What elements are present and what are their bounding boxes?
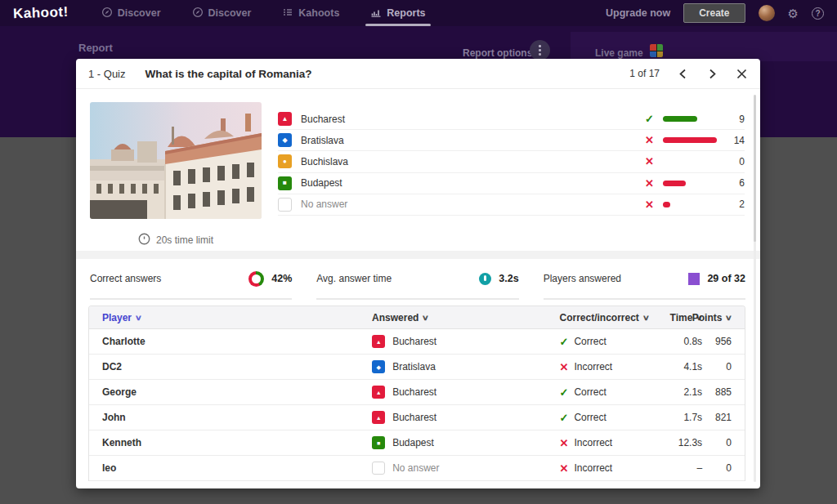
incorrect-icon: ✕ (642, 155, 656, 167)
time-value: 12.3s (665, 437, 702, 448)
table-header-correct-incorrect[interactable]: Correct/incorrect∨ (559, 312, 665, 323)
section-divider (76, 251, 760, 259)
table-row: leo No answer ✕Incorrect – 0 (89, 456, 745, 481)
scrollbar[interactable] (754, 95, 756, 482)
report-options-menu-button[interactable] (530, 40, 550, 60)
page-title: Report (78, 42, 113, 54)
stat-avg-answer-time: Avg. answer time 3.2s (316, 259, 518, 300)
nav-item-reports[interactable]: Reports (370, 0, 425, 26)
time-value: – (665, 462, 702, 474)
gear-icon[interactable]: ⚙ (788, 7, 799, 20)
top-nav: Kahoot! Discover Discover Kahoots Report… (0, 0, 837, 26)
player-name: DC2 (102, 361, 372, 372)
nav-item-kahoots[interactable]: Kahoots (282, 0, 339, 26)
nav-item-label: Discover (208, 7, 252, 19)
answer-row: No answer ✕ 2 (278, 194, 745, 216)
incorrect-icon: ✕ (560, 437, 569, 449)
chevron-down-icon: ∨ (696, 314, 703, 322)
list-icon (282, 7, 293, 20)
answer-square-icon: ■ (278, 176, 292, 190)
nav-right: Upgrade now Create ⚙ ? (606, 3, 824, 23)
answer-count: 14 (723, 135, 745, 146)
table-row: DC2 ◆Bratislava ✕Incorrect 4.1s 0 (89, 355, 745, 380)
stat-value: 42% (271, 273, 292, 284)
question-image (90, 102, 262, 219)
players-table: Player∨ Answered∨ Correct/incorrect∨ Tim… (88, 306, 745, 481)
nav-item-discover-1[interactable]: Discover (101, 0, 161, 26)
result-label: Correct (574, 336, 606, 347)
answer-label: Budapest (301, 177, 642, 189)
answered-label: Bucharest (392, 412, 436, 423)
result-label: Correct (574, 386, 606, 398)
report-question-modal: 1 - Quiz What is the capital of Romania?… (76, 59, 760, 488)
points-value: 885 (702, 386, 732, 398)
upgrade-now-link[interactable]: Upgrade now (606, 7, 670, 19)
close-icon[interactable] (735, 67, 748, 80)
table-header-player[interactable]: Player∨ (102, 312, 372, 323)
clock-icon (138, 233, 150, 248)
table-header-time[interactable]: Time∨ (665, 312, 702, 323)
answered-label: No answer (392, 462, 439, 474)
live-game-thumbnail[interactable] (650, 44, 663, 57)
result-label: Correct (574, 412, 606, 423)
nav-item-label: Discover (118, 7, 161, 19)
result-label: Incorrect (574, 437, 612, 448)
stats-row: Correct answers 42% Avg. answer time 3.2… (76, 259, 760, 300)
answered-label: Bratislava (392, 361, 436, 372)
answer-count-bar (663, 116, 697, 122)
stat-correct-answers: Correct answers 42% (90, 259, 292, 300)
table-row: George ▲Bucharest ✓Correct 2.1s 885 (89, 380, 745, 405)
correct-icon: ✓ (560, 336, 569, 348)
time-value: 1.7s (665, 412, 702, 423)
stat-value: 29 of 32 (707, 273, 745, 284)
answer-label: No answer (301, 198, 642, 210)
stat-label: Correct answers (90, 273, 248, 284)
answer-count: 9 (723, 114, 745, 125)
answer-count: 0 (723, 156, 745, 167)
answer-count: 2 (723, 198, 745, 210)
compass-icon (101, 7, 113, 20)
answer-triangle-icon: ▲ (372, 386, 385, 399)
report-options-label: Report options (463, 47, 532, 59)
table-row: John ▲Bucharest ✓Correct 1.7s 821 (89, 405, 745, 430)
table-header-points[interactable]: Points∨ (702, 312, 732, 323)
player-name: Kenneth (102, 437, 372, 448)
live-game-label: Live game (595, 47, 643, 59)
answer-count-bar (663, 181, 686, 186)
screen: Kahoot! Discover Discover Kahoots Report… (0, 0, 837, 504)
player-name: Charlotte (102, 336, 372, 347)
chevron-down-icon: ∨ (422, 314, 429, 322)
help-icon[interactable]: ? (812, 7, 824, 20)
avatar[interactable] (759, 5, 775, 21)
correct-icon: ✓ (560, 386, 569, 399)
next-question-button[interactable] (705, 67, 718, 80)
nav-items: Discover Discover Kahoots Reports (101, 0, 426, 26)
chevron-down-icon: ∨ (135, 314, 142, 322)
nav-item-label: Kahoots (298, 7, 339, 19)
answer-diamond-icon: ◆ (278, 133, 292, 147)
answer-diamond-icon: ◆ (372, 360, 385, 373)
player-name: John (102, 412, 372, 423)
nav-item-discover-2[interactable]: Discover (192, 0, 252, 26)
table-header-answered[interactable]: Answered∨ (372, 312, 559, 323)
page-indicator: 1 of 17 (629, 68, 660, 79)
stat-label: Players answered (544, 273, 689, 284)
answer-count-bar (663, 202, 670, 207)
answer-row: ◆ Bratislava ✕ 14 (278, 130, 745, 151)
create-button[interactable]: Create (683, 3, 745, 23)
prev-question-button[interactable] (676, 67, 689, 80)
player-name: leo (102, 462, 372, 474)
answered-label: Bucharest (392, 386, 436, 398)
points-value: 0 (702, 437, 732, 448)
answered-label: Bucharest (392, 336, 436, 347)
kahoot-logo[interactable]: Kahoot! (13, 4, 69, 22)
incorrect-icon: ✕ (560, 361, 569, 373)
result-label: Incorrect (574, 361, 612, 372)
modal-header: 1 - Quiz What is the capital of Romania?… (76, 59, 760, 89)
nav-item-label: Reports (387, 7, 425, 19)
donut-icon (248, 271, 264, 287)
question-title: What is the capital of Romania? (145, 68, 630, 80)
answer-triangle-icon: ▲ (278, 112, 292, 126)
time-value: 4.1s (665, 361, 702, 372)
answer-row: ▲ Bucharest ✓ 9 (278, 109, 745, 130)
